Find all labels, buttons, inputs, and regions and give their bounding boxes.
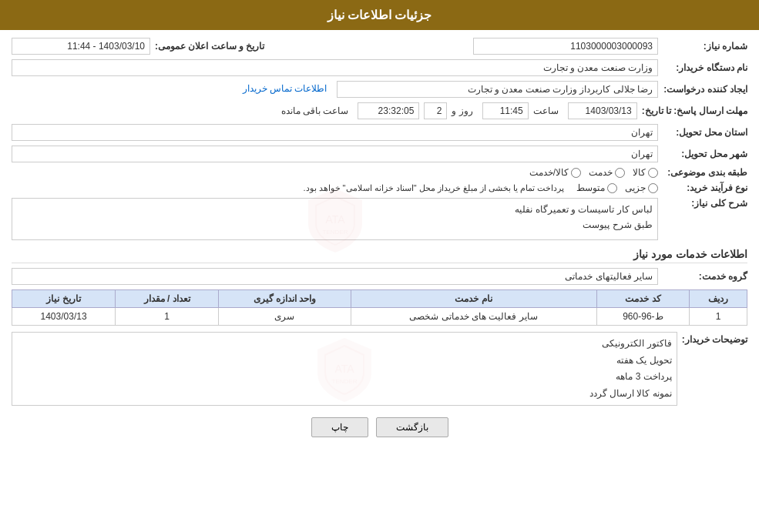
announce-label: تاریخ و ساعت اعلان عمومی:: [155, 41, 264, 52]
table-cell-name: سایر فعالیت های خدماتی شخصی: [351, 308, 596, 326]
need-number-value: 1103000003000093: [473, 38, 658, 55]
send-remaining-value: 23:32:05: [358, 102, 419, 119]
city-label: شهر محل تحویل:: [663, 149, 747, 159]
buyer-notes-line2: تحویل یک هفته: [17, 353, 672, 370]
category-goods-service-radio[interactable]: [571, 168, 581, 178]
services-section-title: اطلاعات خدمات مورد نیاز: [12, 248, 747, 263]
service-group-value: سایر فعالیتهای خدماتی: [12, 268, 658, 285]
category-service-radio[interactable]: [615, 168, 625, 178]
creator-link[interactable]: اطلاعات تماس خریدار: [12, 81, 332, 98]
process-medium: متوسط: [576, 182, 617, 193]
buyer-org-label: نام دستگاه خریدار:: [663, 62, 747, 73]
print-button[interactable]: چاپ: [311, 417, 368, 437]
table-cell-qty: 1: [116, 308, 219, 326]
table-row: 1 ط-96-960 سایر فعالیت های خدماتی شخصی س…: [12, 308, 747, 326]
buyer-notes-line1: فاکتور الکترونیکی: [17, 336, 672, 353]
table-cell-unit: سری: [219, 308, 351, 326]
province-label: استان محل تحویل:: [663, 127, 747, 138]
send-remaining-label: ساعت باقی مانده: [281, 105, 349, 116]
process-label: نوع فرآیند خرید:: [663, 182, 747, 193]
process-note: پرداخت تمام یا بخشی از مبلغ خریداز محل "…: [303, 183, 564, 193]
city-row: شهر محل تحویل: تهران: [12, 146, 747, 162]
announce-value: 1403/03/10 - 11:44: [12, 38, 150, 55]
need-number-row: شماره نیاز: 1103000003000093 تاریخ و ساع…: [12, 38, 747, 55]
description-line2: طبق شرح پیوست: [17, 217, 653, 233]
city-value: تهران: [12, 146, 658, 162]
category-goods-label: کالا: [633, 167, 646, 178]
process-partial-radio[interactable]: [648, 183, 658, 193]
table-header-date: تاریخ نیاز: [12, 290, 116, 308]
category-goods-service-label: کالا/خدمت: [529, 167, 569, 178]
description-value: ATA TENDER لباس کار تاسیسات و تعمیرگاه ن…: [12, 198, 658, 240]
description-label: شرح کلی نیاز:: [663, 198, 747, 209]
buyer-notes-section: توضیحات خریدار: ATA TENDER فاکتور الکترو…: [12, 332, 747, 406]
send-days-label: روز و: [452, 105, 472, 116]
send-time-label: ساعت: [533, 105, 559, 116]
service-group-row: گروه خدمت: سایر فعالیتهای خدماتی: [12, 268, 747, 285]
category-goods: کالا: [633, 167, 658, 178]
category-service: خدمت: [589, 167, 625, 178]
need-number-label: شماره نیاز:: [663, 41, 747, 52]
table-header-name: نام خدمت: [351, 290, 596, 308]
service-group-label: گروه خدمت:: [663, 271, 747, 282]
send-date-row: مهلت ارسال پاسخ: تا تاریخ: 1403/03/13 سا…: [12, 102, 747, 119]
category-service-label: خدمت: [589, 167, 613, 178]
process-row: نوع فرآیند خرید: جزیی متوسط پرداخت تمام …: [12, 182, 747, 193]
page-title: جزئیات اطلاعات نیاز: [327, 8, 432, 22]
buyer-notes-line3: پرداخت 3 ماهه: [17, 369, 672, 386]
category-goods-radio[interactable]: [648, 168, 658, 178]
table-header-code: کد خدمت: [596, 290, 690, 308]
table-cell-row: 1: [690, 308, 747, 326]
description-row: شرح کلی نیاز: ATA TENDER لباس کار تاسیسا…: [12, 198, 747, 240]
process-radio-group: جزیی متوسط: [576, 182, 658, 193]
creator-row: ایجاد کننده درخواست: رضا جلالی کاربرداز …: [12, 81, 747, 98]
table-cell-date: 1403/03/13: [12, 308, 116, 326]
category-label: طبقه بندی موضوعی:: [663, 167, 747, 178]
bottom-buttons: بازگشت چاپ: [12, 417, 747, 437]
category-goods-service: کالا/خدمت: [529, 167, 581, 178]
send-date-value: 1403/03/13: [568, 102, 637, 119]
category-radio-group: کالا خدمت کالا/خدمت: [529, 167, 658, 178]
province-row: استان محل تحویل: تهران: [12, 124, 747, 141]
description-line1: لباس کار تاسیسات و تعمیرگاه نفلیه: [17, 202, 653, 217]
buyer-notes-line4: نمونه کالا ارسال گردد: [17, 386, 672, 403]
creator-value: رضا جلالی کاربرداز وزارت صنعت معدن و تجا…: [337, 81, 659, 98]
buyer-org-value: وزارت صنعت معدن و تجارت: [12, 59, 658, 76]
table-cell-code: ط-96-960: [596, 308, 690, 326]
creator-label: ایجاد کننده درخواست:: [663, 84, 747, 95]
page-header: جزئیات اطلاعات نیاز: [0, 0, 759, 30]
process-medium-label: متوسط: [576, 182, 605, 193]
buyer-org-row: نام دستگاه خریدار: وزارت صنعت معدن و تجا…: [12, 59, 747, 76]
back-button[interactable]: بازگشت: [376, 417, 448, 437]
table-header-unit: واحد اندازه گیری: [219, 290, 351, 308]
send-time-value: 11:45: [482, 102, 529, 119]
category-row: طبقه بندی موضوعی: کالا خدمت کالا/خدمت: [12, 167, 747, 178]
province-value: تهران: [12, 124, 658, 141]
process-partial: جزیی: [625, 182, 658, 193]
send-date-label: مهلت ارسال پاسخ: تا تاریخ:: [642, 105, 747, 116]
send-days-value: 2: [424, 102, 447, 119]
table-header-qty: تعداد / مقدار: [116, 290, 219, 308]
buyer-notes-label: توضیحات خریدار:: [682, 332, 747, 345]
process-partial-label: جزیی: [625, 182, 646, 193]
table-header-row: ردیف: [690, 290, 747, 308]
description-area: ATA TENDER لباس کار تاسیسات و تعمیرگاه ن…: [12, 198, 658, 240]
process-medium-radio[interactable]: [607, 183, 617, 193]
buyer-notes-box: ATA TENDER فاکتور الکترونیکی تحویل یک هف…: [12, 332, 677, 406]
services-table: ردیف کد خدمت نام خدمت واحد اندازه گیری ت…: [12, 289, 747, 326]
